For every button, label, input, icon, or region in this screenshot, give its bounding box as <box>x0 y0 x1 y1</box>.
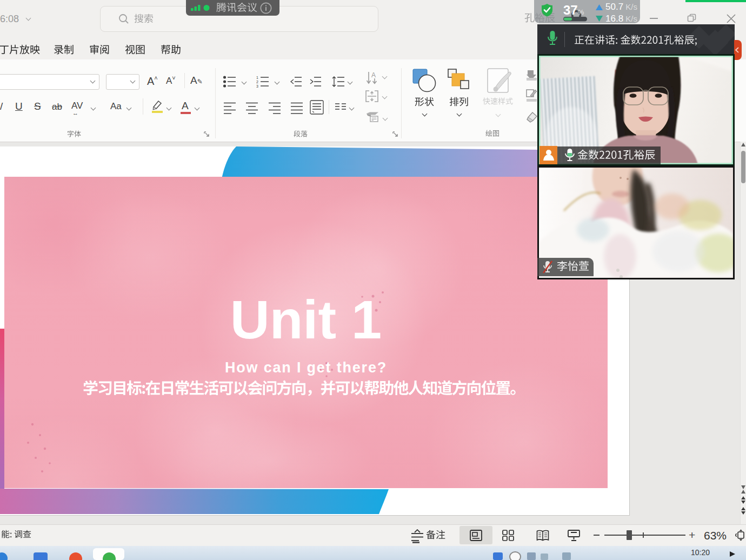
svg-text:1: 1 <box>256 76 258 79</box>
svg-text:3: 3 <box>256 84 258 88</box>
svg-text:A: A <box>371 71 376 79</box>
svg-text:2: 2 <box>256 80 258 84</box>
